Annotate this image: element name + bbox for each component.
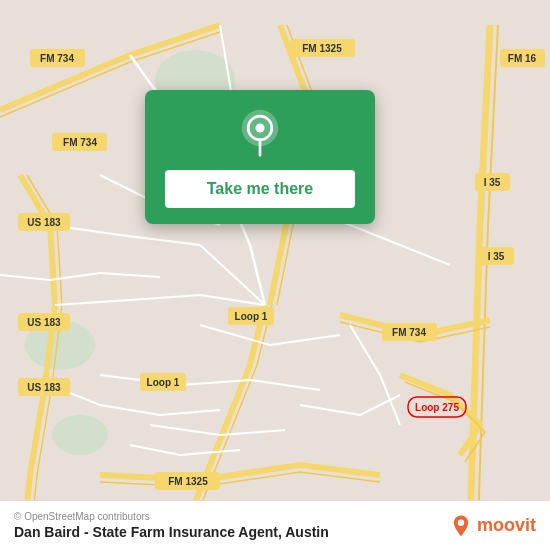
moovit-pin-icon bbox=[449, 514, 473, 538]
svg-text:I 35: I 35 bbox=[488, 251, 505, 262]
svg-text:US 183: US 183 bbox=[27, 317, 61, 328]
svg-text:US 183: US 183 bbox=[27, 382, 61, 393]
svg-text:FM 734: FM 734 bbox=[40, 53, 74, 64]
svg-text:FM 734: FM 734 bbox=[392, 327, 426, 338]
location-name: Dan Baird - State Farm Insurance Agent, … bbox=[14, 524, 329, 540]
svg-point-36 bbox=[458, 519, 464, 525]
osm-credit: © OpenStreetMap contributors bbox=[14, 511, 329, 522]
svg-text:Loop 1: Loop 1 bbox=[147, 377, 180, 388]
map-svg: FM 734 FM 1325 FM 16 I 35 US 183 I 35 FM… bbox=[0, 0, 550, 550]
svg-text:I 35: I 35 bbox=[484, 177, 501, 188]
moovit-logo: moovit bbox=[449, 514, 536, 538]
map-container: FM 734 FM 1325 FM 16 I 35 US 183 I 35 FM… bbox=[0, 0, 550, 550]
popup-card: Take me there bbox=[145, 90, 375, 224]
svg-text:US 183: US 183 bbox=[27, 217, 61, 228]
moovit-text: moovit bbox=[477, 515, 536, 536]
svg-text:FM 1325: FM 1325 bbox=[168, 476, 208, 487]
take-me-there-button[interactable]: Take me there bbox=[165, 170, 355, 208]
svg-text:FM 734: FM 734 bbox=[63, 137, 97, 148]
svg-text:FM 1325: FM 1325 bbox=[302, 43, 342, 54]
location-pin-icon bbox=[235, 108, 285, 158]
svg-text:Loop 1: Loop 1 bbox=[235, 311, 268, 322]
bottom-left-info: © OpenStreetMap contributors Dan Baird -… bbox=[14, 511, 329, 540]
svg-text:Loop 275: Loop 275 bbox=[415, 402, 459, 413]
svg-text:FM 16: FM 16 bbox=[508, 53, 537, 64]
svg-point-35 bbox=[255, 123, 264, 132]
svg-point-3 bbox=[52, 415, 108, 455]
bottom-bar: © OpenStreetMap contributors Dan Baird -… bbox=[0, 500, 550, 550]
